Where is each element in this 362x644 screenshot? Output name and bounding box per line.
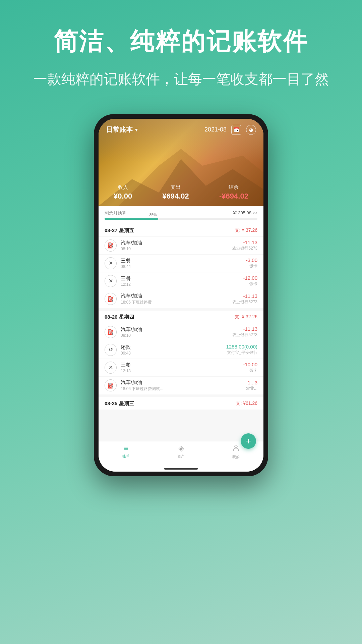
income-summary: 收入 ¥0.00: [114, 184, 132, 201]
tx-right: -11.13 农业银行5273: [232, 326, 257, 338]
tx-time: 08:10: [121, 247, 228, 251]
tx-name: 汽车/加油: [121, 240, 228, 246]
tx-right: -12.00 饭卡: [243, 275, 257, 287]
tx-middle: 汽车/加油 18:06 下班过路费测试...: [121, 379, 242, 392]
tx-right: -11.13 农业银行5273: [232, 239, 257, 251]
profile-icon: [232, 444, 240, 453]
budget-bar-fill: [105, 218, 158, 220]
nav-label-assets: 资产: [177, 454, 185, 459]
tx-item[interactable]: ⛽ 汽车/加油 18:06 下班过路费 -11.13: [99, 290, 263, 308]
gas-icon-3: ⛽: [105, 326, 117, 338]
date-label: 2021-08: [204, 126, 227, 133]
budget-bar: 35%: [105, 218, 257, 220]
date-header-label-0825: 08-25 星期三: [105, 400, 134, 407]
account-name-btn[interactable]: 日常账本 ▼: [106, 125, 139, 134]
date-header-0826: 08-26 星期四 支: ¥ 32.26: [99, 311, 263, 323]
expense-summary: 支出 ¥694.02: [162, 184, 189, 201]
home-bar: [164, 468, 198, 470]
gas-icon-1: ⛽: [105, 239, 117, 252]
date-group-0825: 08-25 星期三 支: ¥61.26: [99, 397, 263, 410]
income-label: 收入: [114, 184, 132, 191]
tx-item[interactable]: ⛽ 汽车/加油 18:06 下班过路费测试... -1...3: [99, 376, 263, 394]
food-icon-3: ✕: [105, 362, 117, 374]
svg-point-2: [235, 445, 237, 448]
budget-amount: ¥1305.98 >>: [233, 210, 257, 215]
tx-amount: -11.13: [232, 326, 257, 332]
tx-right: -3.00 饭卡: [246, 257, 257, 269]
tx-time: 12:18: [121, 369, 239, 373]
tx-time: 08:10: [121, 333, 228, 338]
tx-name: 三餐: [121, 275, 239, 282]
nav-item-profile[interactable]: 我的: [208, 444, 263, 460]
tx-account: 支付宝_平安银行: [226, 350, 257, 356]
tx-name: 三餐: [121, 258, 242, 264]
tx-name: 汽车/加油: [121, 379, 242, 386]
repay-icon: ↺: [105, 344, 117, 356]
date-header-label-0827: 08-27 星期五: [105, 227, 134, 234]
app-header: 日常账本 ▼ 2021-08 📅 ◕ 收入 ¥0.00: [99, 119, 263, 206]
nav-item-ledger[interactable]: ≡ 账单: [99, 444, 154, 460]
balance-label: 结余: [219, 184, 248, 191]
calendar-icon[interactable]: 📅: [231, 125, 241, 135]
tx-middle: 三餐 12:18: [121, 362, 239, 373]
chart-icon[interactable]: ◕: [246, 125, 256, 135]
tx-item[interactable]: ✕ 三餐 12:18 -10.00 饭卡: [99, 359, 263, 376]
tx-item[interactable]: ↺ 还款 09:43 1288.00(0.00) 支付宝_平安银行: [99, 341, 263, 359]
tx-middle: 汽车/加油 18:06 下班过路费: [121, 293, 228, 305]
ledger-icon: ≡: [124, 444, 128, 453]
summary-row: 收入 ¥0.00 支出 ¥694.02 结余 -¥694.02: [99, 184, 263, 201]
tx-middle: 汽车/加油 08:10: [121, 326, 228, 338]
page-header: 简洁、纯粹的记账软件 一款纯粹的记账软件，让每一笔收支都一目了然: [0, 0, 362, 104]
tx-name: 还款: [121, 344, 222, 351]
budget-label: 剩余月预算: [105, 210, 126, 216]
tx-amount: -12.00: [243, 275, 257, 281]
date-group-0827: 08-27 星期五 支: ¥ 37.26 ⛽ 汽车/加油 08:10 -11.1: [99, 224, 263, 308]
tx-account: 饭卡: [246, 263, 257, 269]
tx-middle: 还款 09:43: [121, 344, 222, 356]
header-right: 2021-08 📅 ◕: [204, 125, 256, 135]
tx-item[interactable]: ⛽ 汽车/加油 08:10 -11.13 农业银行5273: [99, 236, 263, 254]
tx-amount: -3.00: [246, 257, 257, 263]
date-header-0825: 08-25 星期三 支: ¥61.26: [99, 397, 263, 410]
tx-name: 三餐: [121, 362, 239, 368]
tx-account: 农业银行5273: [232, 332, 257, 338]
date-group-0826: 08-26 星期四 支: ¥ 32.26 ⛽ 汽车/加油 08:10 -11.1…: [99, 311, 263, 394]
nav-item-assets[interactable]: ◈ 资产: [154, 444, 208, 460]
page-title: 简洁、纯粹的记账软件: [0, 27, 362, 56]
page-background: 简洁、纯粹的记账软件 一款纯粹的记账软件，让每一笔收支都一目了然 日常账本 ▼: [0, 0, 362, 476]
tx-right: -11.13 农业银行5273: [232, 293, 257, 305]
tx-amount: 1288.00(0.00): [226, 344, 257, 350]
tx-time: 08:44: [121, 264, 242, 269]
balance-value: -¥694.02: [219, 192, 248, 201]
tx-amount: -1...3: [246, 380, 257, 385]
page-subtitle: 一款纯粹的记账软件，让每一笔收支都一目了然: [0, 68, 362, 90]
transaction-list[interactable]: 08-27 星期五 支: ¥ 37.26 ⛽ 汽车/加油 08:10 -11.1: [99, 224, 263, 441]
tx-item[interactable]: ⛽ 汽车/加油 08:10 -11.13 农业银行5273: [99, 323, 263, 341]
tx-time: 18:06 下班过路费: [121, 300, 228, 305]
tx-time: 12:12: [121, 282, 239, 287]
tx-amount: -11.13: [232, 239, 257, 245]
dropdown-arrow-icon: ▼: [134, 127, 139, 132]
tx-name: 汽车/加油: [121, 326, 228, 333]
assets-icon: ◈: [178, 444, 184, 453]
tx-account: 农业...: [246, 386, 257, 391]
tx-item[interactable]: ✕ 三餐 08:44 -3.00 饭卡: [99, 254, 263, 272]
add-transaction-fab[interactable]: +: [241, 433, 256, 449]
date-header-label-0826: 08-26 星期四: [105, 314, 134, 320]
tx-middle: 三餐 08:44: [121, 258, 242, 269]
phone-wrapper: 日常账本 ▼ 2021-08 📅 ◕ 收入 ¥0.00: [0, 114, 362, 476]
expense-value: ¥694.02: [162, 192, 189, 201]
date-header-total-0826: 支: ¥ 32.26: [235, 314, 258, 320]
tx-amount: -11.13: [232, 293, 257, 299]
budget-chevron-icon[interactable]: >>: [253, 211, 257, 215]
tx-right: 1288.00(0.00) 支付宝_平安银行: [226, 344, 257, 356]
income-value: ¥0.00: [114, 192, 132, 201]
food-icon-2: ✕: [105, 275, 117, 287]
gas-icon-4: ⛽: [105, 379, 117, 391]
bottom-nav: ≡ 账单 ◈ 资产 我的: [99, 441, 263, 464]
tx-account: 饭卡: [243, 368, 257, 373]
budget-row: 剩余月预算 ¥1305.98 >>: [105, 210, 257, 216]
gas-icon-2: ⛽: [105, 293, 117, 305]
phone-mockup: 日常账本 ▼ 2021-08 📅 ◕ 收入 ¥0.00: [94, 114, 268, 476]
tx-item[interactable]: ✕ 三餐 12:12 -12.00 饭卡: [99, 272, 263, 290]
